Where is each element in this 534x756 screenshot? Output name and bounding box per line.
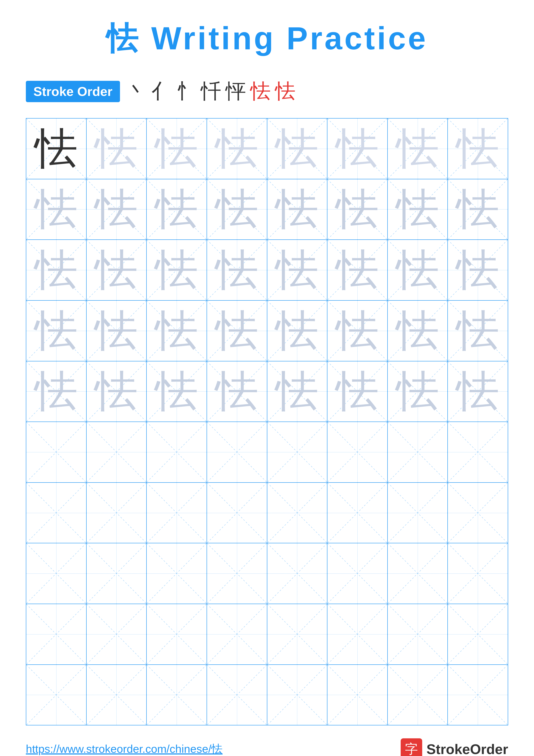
- grid-cell[interactable]: 怯: [448, 179, 508, 240]
- grid-cell[interactable]: [147, 422, 207, 482]
- grid-cell[interactable]: 怯: [87, 362, 147, 422]
- svg-line-141: [388, 604, 447, 664]
- svg-line-148: [147, 665, 207, 725]
- grid-cell[interactable]: 怯: [388, 301, 448, 361]
- svg-line-140: [388, 604, 447, 664]
- svg-line-87: [207, 422, 267, 482]
- grid-cell[interactable]: [26, 422, 87, 482]
- grid-cell[interactable]: 怯: [207, 179, 267, 240]
- grid-cell[interactable]: [327, 665, 388, 725]
- svg-line-81: [26, 422, 86, 482]
- grid-cell[interactable]: 怯: [207, 240, 267, 300]
- grid-cell[interactable]: [448, 665, 508, 725]
- grid-cell[interactable]: [327, 543, 388, 604]
- grid-cell[interactable]: [448, 604, 508, 664]
- grid-cell[interactable]: [267, 543, 328, 604]
- svg-line-124: [388, 543, 447, 604]
- grid-cell[interactable]: 怯: [26, 362, 87, 422]
- grid-cell[interactable]: [87, 483, 147, 543]
- grid-cell[interactable]: 怯: [87, 119, 147, 179]
- footer-url[interactable]: https://www.strokeorder.com/chinese/怯: [26, 742, 222, 756]
- grid-cell[interactable]: 怯: [388, 362, 448, 422]
- svg-line-133: [147, 604, 207, 664]
- grid-cell[interactable]: [87, 604, 147, 664]
- grid-cell[interactable]: 怯: [267, 301, 328, 361]
- grid-cell[interactable]: [87, 543, 147, 604]
- grid-cell[interactable]: [207, 604, 267, 664]
- grid-cell[interactable]: [207, 483, 267, 543]
- brand-icon: 字: [401, 738, 422, 756]
- grid-cell[interactable]: [26, 483, 87, 543]
- grid-cell[interactable]: 怯: [147, 119, 207, 179]
- grid-row-3: 怯 怯 怯 怯 怯 怯 怯 怯: [26, 240, 508, 301]
- grid-cell[interactable]: [87, 665, 147, 725]
- grid-cell[interactable]: 怯: [147, 179, 207, 240]
- svg-line-131: [87, 604, 146, 664]
- grid-cell[interactable]: 怯: [207, 119, 267, 179]
- grid-cell[interactable]: 怯: [327, 362, 388, 422]
- grid-cell[interactable]: [267, 422, 328, 482]
- grid-cell[interactable]: [327, 422, 388, 482]
- grid-cell[interactable]: [448, 422, 508, 482]
- grid-cell[interactable]: [388, 543, 448, 604]
- grid-cell[interactable]: [267, 483, 328, 543]
- grid-cell[interactable]: [267, 665, 328, 725]
- grid-cell[interactable]: [147, 665, 207, 725]
- grid-cell[interactable]: 怯: [267, 362, 328, 422]
- grid-cell[interactable]: 怯: [26, 240, 87, 300]
- grid-cell[interactable]: [26, 543, 87, 604]
- grid-cell[interactable]: 怯: [207, 362, 267, 422]
- grid-cell[interactable]: [147, 604, 207, 664]
- svg-line-128: [26, 604, 86, 664]
- svg-line-84: [147, 422, 207, 482]
- grid-cell[interactable]: 怯: [388, 179, 448, 240]
- grid-cell[interactable]: [448, 483, 508, 543]
- grid-cell[interactable]: 怯: [388, 119, 448, 179]
- grid-cell[interactable]: 怯: [327, 179, 388, 240]
- grid-cell[interactable]: [147, 543, 207, 604]
- footer-brand: 字 StrokeOrder: [401, 738, 508, 756]
- grid-cell[interactable]: 怯: [448, 301, 508, 361]
- svg-line-85: [147, 422, 207, 482]
- grid-cell[interactable]: [147, 483, 207, 543]
- grid-cell[interactable]: [26, 604, 87, 664]
- grid-cell[interactable]: [388, 604, 448, 664]
- grid-cell[interactable]: 怯: [448, 362, 508, 422]
- grid-cell[interactable]: [388, 483, 448, 543]
- grid-cell[interactable]: 怯: [327, 240, 388, 300]
- grid-cell[interactable]: 怯: [327, 301, 388, 361]
- grid-cell[interactable]: 怯: [87, 179, 147, 240]
- grid-cell[interactable]: 怯: [448, 240, 508, 300]
- grid-cell[interactable]: 怯: [267, 240, 328, 300]
- svg-line-88: [267, 422, 327, 482]
- grid-cell[interactable]: 怯: [448, 119, 508, 179]
- grid-cell[interactable]: [87, 422, 147, 482]
- svg-line-104: [267, 483, 327, 543]
- grid-cell[interactable]: 怯: [26, 301, 87, 361]
- grid-cell[interactable]: 怯: [26, 179, 87, 240]
- grid-cell[interactable]: 怯: [267, 119, 328, 179]
- grid-cell[interactable]: 怯: [327, 119, 388, 179]
- grid-cell[interactable]: [388, 422, 448, 482]
- grid-cell[interactable]: 怯: [147, 362, 207, 422]
- svg-line-80: [26, 422, 86, 482]
- grid-cell[interactable]: [26, 665, 87, 725]
- grid-cell[interactable]: [207, 665, 267, 725]
- grid-cell[interactable]: [388, 665, 448, 725]
- grid-cell[interactable]: 怯: [267, 179, 328, 240]
- grid-cell[interactable]: [207, 422, 267, 482]
- grid-cell[interactable]: [267, 604, 328, 664]
- grid-cell[interactable]: [448, 543, 508, 604]
- grid-cell[interactable]: 怯: [147, 301, 207, 361]
- grid-cell[interactable]: [327, 483, 388, 543]
- grid-cell[interactable]: [207, 543, 267, 604]
- stroke-7: 怯: [275, 78, 295, 105]
- svg-line-114: [87, 543, 146, 604]
- grid-cell[interactable]: 怯: [147, 240, 207, 300]
- grid-cell[interactable]: 怯: [87, 240, 147, 300]
- grid-cell[interactable]: 怯: [87, 301, 147, 361]
- grid-cell[interactable]: [327, 604, 388, 664]
- grid-cell[interactable]: 怯: [207, 301, 267, 361]
- grid-cell[interactable]: 怯: [26, 119, 87, 179]
- grid-cell[interactable]: 怯: [388, 240, 448, 300]
